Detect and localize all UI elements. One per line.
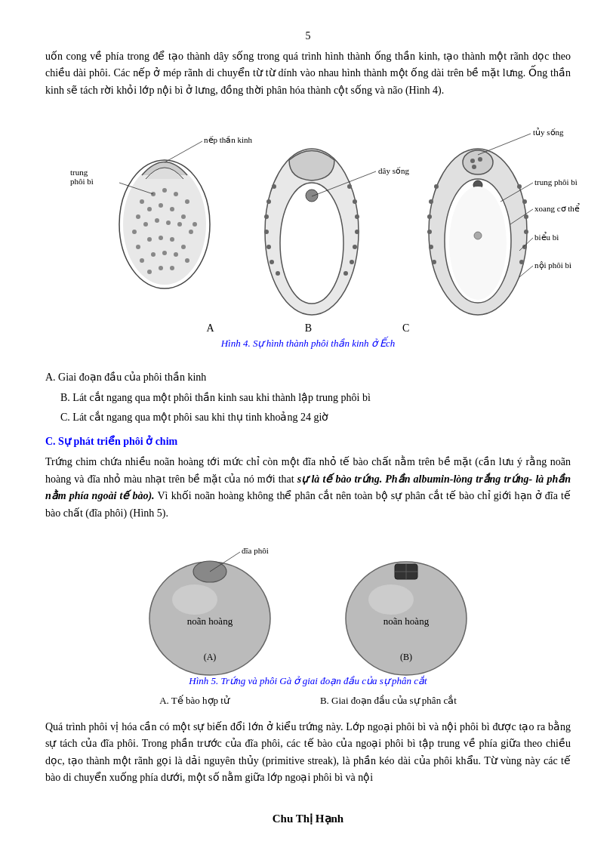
figure-4-caption: Hình 4. Sự hình thành phôi thần kinh ở Ế… bbox=[221, 338, 396, 350]
svg-point-6 bbox=[185, 199, 189, 204]
svg-point-21 bbox=[159, 236, 163, 240]
svg-point-16 bbox=[166, 220, 171, 225]
svg-text:dây sống: dây sống bbox=[378, 166, 409, 175]
svg-point-8 bbox=[147, 207, 152, 211]
svg-point-26 bbox=[162, 251, 167, 255]
svg-point-25 bbox=[151, 252, 156, 257]
svg-point-65 bbox=[429, 199, 433, 204]
svg-point-13 bbox=[132, 230, 137, 234]
svg-line-32 bbox=[165, 141, 202, 162]
svg-point-29 bbox=[147, 270, 152, 274]
svg-point-18 bbox=[189, 230, 193, 234]
section-c-heading: C. Sự phát triển phôi ở chim bbox=[45, 435, 571, 448]
figure-4: nếp thần kinh trung phôi bì bbox=[45, 111, 571, 357]
svg-point-69 bbox=[432, 260, 436, 264]
svg-point-20 bbox=[147, 237, 152, 242]
fig5-sub-b: B. Giai đoạn đầu của sự phân cắt bbox=[320, 695, 457, 707]
figure-5a-svg: đĩa phôi noãn hoàng (A) bbox=[134, 543, 285, 668]
svg-point-88 bbox=[172, 584, 217, 615]
svg-point-50 bbox=[355, 230, 359, 234]
svg-point-68 bbox=[429, 245, 433, 249]
svg-point-12 bbox=[192, 222, 197, 227]
svg-point-76 bbox=[474, 232, 482, 239]
figure-5b-svg: noãn hoàng (B) bbox=[331, 543, 482, 668]
svg-point-51 bbox=[353, 245, 357, 249]
svg-point-61 bbox=[472, 165, 476, 169]
svg-point-4 bbox=[162, 188, 167, 193]
svg-point-60 bbox=[478, 157, 482, 162]
svg-text:biểu bì: biểu bì bbox=[534, 232, 559, 242]
svg-point-70 bbox=[517, 184, 522, 189]
svg-point-10 bbox=[170, 207, 174, 211]
svg-point-7 bbox=[136, 214, 140, 219]
list-item-c: C. Lát cắt ngang qua một phôi sau khi th… bbox=[60, 409, 571, 426]
svg-text:(B): (B) bbox=[400, 652, 412, 662]
svg-text:phôi bì: phôi bì bbox=[70, 177, 94, 186]
svg-point-11 bbox=[181, 214, 186, 219]
svg-point-41 bbox=[266, 199, 271, 204]
svg-point-31 bbox=[170, 266, 174, 270]
figure-5-sublabels: A. Tế bào hợp tử B. Giai đoạn đầu của sự… bbox=[159, 695, 457, 707]
svg-line-77 bbox=[478, 134, 531, 155]
svg-point-64 bbox=[434, 184, 439, 189]
svg-text:trung phôi bì: trung phôi bì bbox=[534, 177, 578, 187]
svg-text:noãn hoàng: noãn hoàng bbox=[383, 615, 430, 627]
svg-point-14 bbox=[143, 222, 148, 227]
svg-point-39 bbox=[306, 190, 318, 202]
list-item-b: B. Lát cắt ngang qua một phôi thần kinh … bbox=[60, 390, 571, 406]
svg-text:nội phôi bì: nội phôi bì bbox=[534, 261, 571, 270]
svg-point-23 bbox=[181, 245, 186, 249]
figure-5b: noãn hoàng (B) bbox=[331, 543, 482, 671]
svg-point-75 bbox=[519, 260, 524, 264]
figure-4-svg: nếp thần kinh trung phôi bì bbox=[51, 111, 565, 322]
svg-point-22 bbox=[170, 237, 174, 242]
svg-text:noãn hoàng: noãn hoàng bbox=[187, 615, 233, 627]
svg-point-59 bbox=[470, 159, 475, 163]
label-a: A bbox=[207, 322, 214, 335]
svg-point-48 bbox=[353, 199, 357, 204]
svg-point-63 bbox=[449, 187, 507, 300]
svg-text:xoang cơ thể: xoang cơ thể bbox=[534, 203, 580, 213]
svg-point-19 bbox=[136, 245, 140, 249]
svg-point-49 bbox=[355, 214, 359, 219]
svg-point-95 bbox=[368, 584, 414, 615]
label-c: C bbox=[402, 322, 409, 335]
svg-point-52 bbox=[350, 260, 354, 264]
section-c-paragraph: Trứng chim chứa nhiều noãn hoàng tới mức… bbox=[45, 454, 571, 522]
figure-5: đĩa phôi noãn hoàng (A) noãn hoàng bbox=[45, 534, 571, 707]
svg-point-44 bbox=[266, 245, 271, 249]
svg-point-40 bbox=[272, 184, 276, 189]
svg-point-27 bbox=[174, 252, 178, 257]
svg-point-45 bbox=[270, 260, 274, 264]
svg-text:đĩa phôi: đĩa phôi bbox=[242, 546, 269, 555]
svg-point-30 bbox=[159, 266, 163, 270]
final-paragraph: Quá trình phôi vị hóa cần có một sự biến… bbox=[45, 719, 571, 787]
svg-text:(A): (A) bbox=[204, 652, 217, 662]
svg-point-17 bbox=[177, 222, 182, 227]
figure-5-row: đĩa phôi noãn hoàng (A) noãn hoàng bbox=[134, 543, 482, 671]
svg-text:trung: trung bbox=[70, 168, 88, 177]
figure-5-caption: Hình 5. Trứng và phôi Gà ở giai đoạn đầu… bbox=[189, 675, 427, 687]
figure-5a: đĩa phôi noãn hoàng (A) bbox=[134, 543, 285, 671]
page-number: 5 bbox=[45, 30, 571, 42]
list-item-a: A. Giai đoạn đầu của phôi thần kinh bbox=[45, 369, 571, 386]
fig5-sub-a: A. Tế bào hợp tử bbox=[159, 695, 229, 707]
svg-point-46 bbox=[276, 271, 280, 276]
svg-point-42 bbox=[264, 214, 269, 219]
svg-point-9 bbox=[159, 203, 163, 208]
opening-paragraph: uốn cong về phía trong để tạo thành dây … bbox=[45, 48, 571, 99]
svg-point-2 bbox=[140, 199, 144, 204]
svg-point-66 bbox=[427, 214, 432, 219]
label-b: B bbox=[305, 322, 312, 335]
svg-point-24 bbox=[140, 258, 144, 263]
svg-point-72 bbox=[524, 214, 528, 219]
svg-text:nếp thần kinh: nếp thần kinh bbox=[204, 135, 253, 144]
svg-point-71 bbox=[522, 199, 527, 204]
svg-point-5 bbox=[174, 192, 178, 196]
svg-point-28 bbox=[185, 258, 189, 263]
svg-point-73 bbox=[524, 230, 528, 234]
svg-point-15 bbox=[155, 218, 159, 223]
svg-point-43 bbox=[264, 230, 269, 234]
figure-4-labels: A B C bbox=[207, 322, 410, 335]
footer-name: Chu Thị Hạnh bbox=[0, 812, 616, 825]
